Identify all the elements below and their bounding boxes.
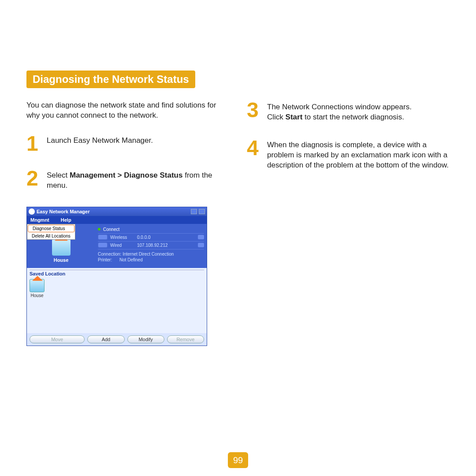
saved-item-label: House [30,293,45,298]
saved-item-house[interactable]: House [30,279,45,298]
wireless-icon [98,234,108,240]
step-3: 3 The Network Connections window appears… [247,100,450,123]
step3-bold: Start [286,113,303,121]
conn-label: Connection: [98,252,121,257]
right-column: 3 The Network Connections window appears… [247,100,450,346]
step-number: 4 [247,138,262,171]
row-end-icon [198,243,204,247]
close-icon[interactable] [199,209,205,214]
minimize-icon[interactable] [191,209,197,214]
enm-title: Easy Network Manager [37,209,189,214]
status-dot-icon [98,228,100,231]
conn-value: Internet Direct Connection [123,252,174,257]
step-4: 4 When the diagnosis is complete, a devi… [247,138,450,171]
connect-label: Connect [103,227,119,232]
step-number: 1 [26,134,41,153]
wireless-row: Wireless 0.0.0.0 [98,234,204,242]
connection-info: Connection: Internet Direct Connection P… [98,249,204,266]
printer-label: Printer: [98,257,112,262]
move-button[interactable]: Move [30,335,85,343]
wired-value: 107.108.92.212 [137,243,195,248]
page-number-value: 99 [233,455,243,465]
left-column: You can diagnose the network state and f… [26,100,229,346]
house-icon [52,239,71,256]
printer-value: Not Defined [119,257,143,262]
enm-window: Easy Network Manager Mngmnt Help Diagnos… [26,207,207,346]
mngmnt-dropdown: Diagnose Status Delete All Locations [27,224,75,240]
step-2: 2 Select Management > Diagnose Status fr… [26,169,229,191]
step3-line2a: Click [267,113,286,121]
modify-button[interactable]: Modify [127,335,164,343]
add-button[interactable]: Add [87,335,124,343]
saved-location-title: Saved Location [30,270,204,279]
step3-line2b: to start the network diagnosis. [302,113,404,121]
step3-line1: The Network Connections window appears. [267,103,412,111]
menu-item-diagnose-status[interactable]: Diagnose Status [28,225,74,232]
app-logo-icon [29,208,35,215]
connect-row: Connect [98,226,204,234]
enm-titlebar: Easy Network Manager [27,207,207,216]
text-prefix: Select [47,171,70,179]
saved-location-panel: Saved Location House [27,268,207,333]
house-icon [30,279,45,292]
intro-text: You can diagnose the network state and f… [26,100,229,121]
wired-label: Wired [110,243,134,248]
wireless-value: 0.0.0.0 [137,235,195,240]
page-number: 99 [228,452,248,468]
enm-button-bar: Move Add Modify Remove [27,333,207,346]
row-end-icon [198,235,204,239]
step-text: Launch Easy Network Manager. [47,134,229,153]
enm-left-pane: Diagnose Status Delete All Locations Hou… [27,224,95,268]
menu-help[interactable]: Help [61,217,71,223]
menu-item-delete-all-locations[interactable]: Delete All Locations [27,233,75,239]
step-text: When the diagnosis is complete, a device… [267,138,450,171]
step-text: Select Management > Diagnose Status from… [47,169,229,191]
enm-menubar: Mngmnt Help [27,216,207,224]
section-title: Diagnosing the Network Status [26,71,195,88]
step-text: The Network Connections window appears. … [267,100,450,123]
wired-row: Wired 107.108.92.212 [98,242,204,249]
wireless-label: Wireless [110,235,134,240]
remove-button[interactable]: Remove [167,335,204,343]
house-label: House [27,257,95,263]
step-1: 1 Launch Easy Network Manager. [26,134,229,153]
step-number: 2 [26,169,41,191]
step-number: 3 [247,100,262,123]
enm-right-pane: Connect Wireless 0.0.0.0 Wired 107.108.9… [95,224,207,268]
wired-icon [98,242,108,248]
text-bold: Management > Diagnose Status [70,171,182,179]
menu-mngmnt[interactable]: Mngmnt [30,217,49,223]
